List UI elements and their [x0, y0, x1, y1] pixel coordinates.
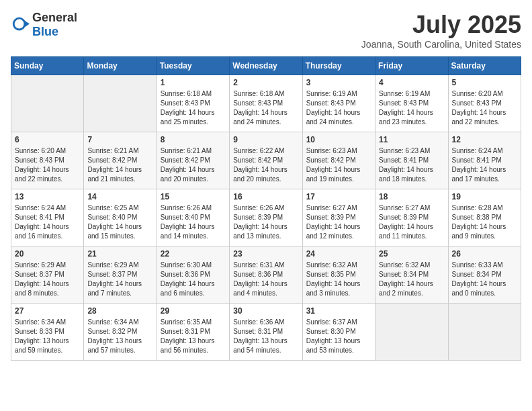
day-header-monday: Monday	[84, 57, 157, 75]
day-number: 4	[379, 78, 444, 87]
day-info: Sunrise: 6:37 AMSunset: 8:30 PMDaylight:…	[306, 318, 371, 355]
day-number: 29	[161, 306, 226, 316]
day-number: 12	[452, 135, 517, 144]
calendar-cell: 30Sunrise: 6:36 AMSunset: 8:31 PMDayligh…	[230, 304, 302, 361]
calendar-cell: 8Sunrise: 6:21 AMSunset: 8:42 PMDaylight…	[157, 132, 229, 189]
calendar-cell: 12Sunrise: 6:24 AMSunset: 8:41 PMDayligh…	[448, 132, 521, 189]
calendar-week-2: 6Sunrise: 6:20 AMSunset: 8:43 PMDaylight…	[11, 132, 521, 189]
day-number: 10	[306, 135, 371, 144]
day-number: 22	[161, 249, 226, 259]
calendar-cell: 11Sunrise: 6:23 AMSunset: 8:41 PMDayligh…	[375, 132, 448, 189]
day-number: 3	[306, 78, 371, 87]
day-number: 28	[87, 306, 152, 316]
day-info: Sunrise: 6:30 AMSunset: 8:36 PMDaylight:…	[161, 261, 226, 298]
day-number: 5	[452, 78, 517, 87]
calendar-cell: 2Sunrise: 6:18 AMSunset: 8:43 PMDaylight…	[230, 75, 302, 132]
day-info: Sunrise: 6:34 AMSunset: 8:32 PMDaylight:…	[87, 318, 152, 355]
day-number: 2	[233, 78, 298, 87]
calendar-cell	[375, 304, 448, 361]
day-number: 31	[306, 306, 371, 316]
calendar-cell: 4Sunrise: 6:19 AMSunset: 8:43 PMDaylight…	[375, 75, 448, 132]
day-info: Sunrise: 6:32 AMSunset: 8:35 PMDaylight:…	[306, 261, 371, 298]
calendar-cell: 6Sunrise: 6:20 AMSunset: 8:43 PMDaylight…	[11, 132, 84, 189]
calendar-cell	[84, 75, 157, 132]
day-info: Sunrise: 6:33 AMSunset: 8:34 PMDaylight:…	[452, 261, 517, 298]
day-info: Sunrise: 6:23 AMSunset: 8:41 PMDaylight:…	[379, 146, 444, 184]
day-header-wednesday: Wednesday	[230, 57, 302, 75]
calendar-body: 1Sunrise: 6:18 AMSunset: 8:43 PMDaylight…	[11, 75, 521, 361]
calendar-cell: 13Sunrise: 6:24 AMSunset: 8:41 PMDayligh…	[11, 189, 84, 246]
day-info: Sunrise: 6:29 AMSunset: 8:37 PMDaylight:…	[15, 261, 80, 298]
day-info: Sunrise: 6:36 AMSunset: 8:31 PMDaylight:…	[233, 318, 298, 355]
svg-point-1	[15, 19, 24, 29]
day-info: Sunrise: 6:22 AMSunset: 8:42 PMDaylight:…	[233, 146, 298, 184]
calendar-cell: 9Sunrise: 6:22 AMSunset: 8:42 PMDaylight…	[230, 132, 302, 189]
day-header-saturday: Saturday	[448, 57, 521, 75]
day-info: Sunrise: 6:20 AMSunset: 8:43 PMDaylight:…	[15, 146, 80, 184]
day-info: Sunrise: 6:23 AMSunset: 8:42 PMDaylight:…	[306, 146, 371, 184]
day-number: 19	[452, 192, 517, 201]
day-info: Sunrise: 6:34 AMSunset: 8:33 PMDaylight:…	[15, 318, 80, 355]
logo-icon	[11, 15, 30, 34]
calendar-week-3: 13Sunrise: 6:24 AMSunset: 8:41 PMDayligh…	[11, 189, 521, 246]
day-number: 24	[306, 249, 371, 259]
calendar-week-4: 20Sunrise: 6:29 AMSunset: 8:37 PMDayligh…	[11, 246, 521, 304]
day-number: 21	[87, 249, 152, 259]
day-number: 1	[161, 78, 226, 87]
calendar-cell: 21Sunrise: 6:29 AMSunset: 8:37 PMDayligh…	[84, 246, 157, 304]
day-info: Sunrise: 6:26 AMSunset: 8:39 PMDaylight:…	[233, 203, 298, 241]
logo-blue: Blue	[32, 25, 58, 38]
calendar-header-row: SundayMondayTuesdayWednesdayThursdayFrid…	[11, 57, 521, 75]
day-number: 27	[15, 306, 80, 316]
day-number: 23	[233, 249, 298, 259]
day-info: Sunrise: 6:19 AMSunset: 8:43 PMDaylight:…	[306, 89, 371, 127]
calendar-cell: 15Sunrise: 6:26 AMSunset: 8:40 PMDayligh…	[157, 189, 229, 246]
calendar-cell: 28Sunrise: 6:34 AMSunset: 8:32 PMDayligh…	[84, 304, 157, 361]
calendar-cell: 24Sunrise: 6:32 AMSunset: 8:35 PMDayligh…	[302, 246, 375, 304]
day-info: Sunrise: 6:35 AMSunset: 8:31 PMDaylight:…	[161, 318, 226, 355]
day-number: 9	[233, 135, 298, 144]
day-number: 17	[306, 192, 371, 201]
day-number: 16	[233, 192, 298, 201]
calendar-cell: 23Sunrise: 6:31 AMSunset: 8:36 PMDayligh…	[230, 246, 302, 304]
calendar-cell	[11, 75, 84, 132]
calendar-cell: 1Sunrise: 6:18 AMSunset: 8:43 PMDaylight…	[157, 75, 229, 132]
calendar-cell: 26Sunrise: 6:33 AMSunset: 8:34 PMDayligh…	[448, 246, 521, 304]
day-info: Sunrise: 6:25 AMSunset: 8:40 PMDaylight:…	[87, 203, 152, 241]
day-info: Sunrise: 6:21 AMSunset: 8:42 PMDaylight:…	[161, 146, 226, 184]
day-number: 18	[379, 192, 444, 201]
day-number: 25	[379, 249, 444, 259]
calendar-cell: 22Sunrise: 6:30 AMSunset: 8:36 PMDayligh…	[157, 246, 229, 304]
location-subtitle: Joanna, South Carolina, United States	[361, 39, 521, 50]
day-header-friday: Friday	[375, 57, 448, 75]
calendar-cell: 7Sunrise: 6:21 AMSunset: 8:42 PMDaylight…	[84, 132, 157, 189]
day-number: 13	[15, 192, 80, 201]
day-header-sunday: Sunday	[11, 57, 84, 75]
day-info: Sunrise: 6:27 AMSunset: 8:39 PMDaylight:…	[379, 203, 444, 241]
day-info: Sunrise: 6:28 AMSunset: 8:38 PMDaylight:…	[452, 203, 517, 241]
day-info: Sunrise: 6:24 AMSunset: 8:41 PMDaylight:…	[452, 146, 517, 184]
day-number: 14	[87, 192, 152, 201]
calendar-cell: 27Sunrise: 6:34 AMSunset: 8:33 PMDayligh…	[11, 304, 84, 361]
calendar-table: SundayMondayTuesdayWednesdayThursdayFrid…	[11, 56, 521, 361]
page-header: General Blue July 2025 Joanna, South Car…	[11, 11, 521, 50]
day-number: 26	[452, 249, 517, 259]
calendar-cell: 18Sunrise: 6:27 AMSunset: 8:39 PMDayligh…	[375, 189, 448, 246]
day-number: 15	[161, 192, 226, 201]
calendar-cell: 3Sunrise: 6:19 AMSunset: 8:43 PMDaylight…	[302, 75, 375, 132]
day-info: Sunrise: 6:21 AMSunset: 8:42 PMDaylight:…	[87, 146, 152, 184]
day-info: Sunrise: 6:18 AMSunset: 8:43 PMDaylight:…	[161, 89, 226, 127]
day-number: 11	[379, 135, 444, 144]
logo: General Blue	[11, 11, 77, 39]
day-info: Sunrise: 6:27 AMSunset: 8:39 PMDaylight:…	[306, 203, 371, 241]
calendar-cell: 20Sunrise: 6:29 AMSunset: 8:37 PMDayligh…	[11, 246, 84, 304]
calendar-cell	[448, 304, 521, 361]
calendar-week-1: 1Sunrise: 6:18 AMSunset: 8:43 PMDaylight…	[11, 75, 521, 132]
day-number: 8	[161, 135, 226, 144]
calendar-cell: 5Sunrise: 6:20 AMSunset: 8:43 PMDaylight…	[448, 75, 521, 132]
day-number: 7	[87, 135, 152, 144]
calendar-cell: 25Sunrise: 6:32 AMSunset: 8:34 PMDayligh…	[375, 246, 448, 304]
calendar-cell: 29Sunrise: 6:35 AMSunset: 8:31 PMDayligh…	[157, 304, 229, 361]
day-info: Sunrise: 6:31 AMSunset: 8:36 PMDaylight:…	[233, 261, 298, 298]
title-area: July 2025 Joanna, South Carolina, United…	[361, 11, 521, 50]
